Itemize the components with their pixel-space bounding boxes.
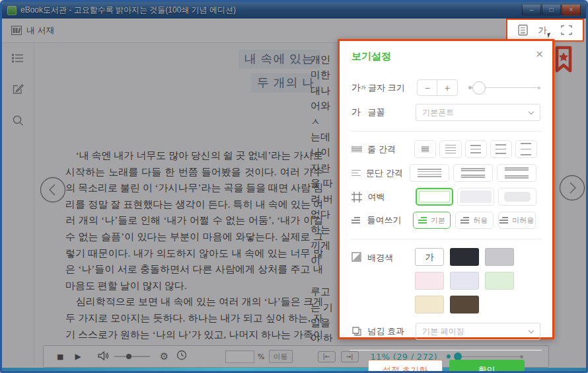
bg-swatch-brown[interactable] <box>450 296 479 313</box>
line-spacing-option-1[interactable] <box>414 140 436 158</box>
bg-color-label: 배경색 <box>367 252 415 264</box>
bg-swatch-green[interactable] <box>485 272 514 290</box>
font-size-slider-knob[interactable] <box>472 81 486 95</box>
line-spacing-option-4[interactable] <box>490 140 512 158</box>
bg-swatch-pink[interactable] <box>415 272 444 290</box>
bg-color-icon <box>351 252 367 262</box>
divider <box>350 239 542 239</box>
indent-allow-label: 허용 <box>473 216 488 226</box>
bg-swatch-cream[interactable] <box>415 296 444 313</box>
indent-default-label: 기본 <box>431 216 445 226</box>
line-spacing-label: 줄 간격 <box>367 144 414 155</box>
bg-swatch-gray[interactable] <box>485 248 514 266</box>
font-size-label: 글자 크기 <box>368 82 417 94</box>
fullscreen-icon[interactable] <box>561 25 572 35</box>
divider <box>350 350 542 351</box>
line-spacing-option-3[interactable] <box>465 140 487 158</box>
confirm-button[interactable]: 확인 <box>449 360 525 373</box>
indent-option-default[interactable]: 기본 <box>413 212 451 229</box>
app-window: eBook도서관 - 고요할수록 밝아지는 것들(100쇄 기념 에디션) – … <box>0 0 588 373</box>
bg-color-swatches: 가 <box>415 248 540 313</box>
font-face-label: 글꼴 <box>368 106 416 118</box>
paragraph-spacing-label: 문단 간격 <box>366 167 410 179</box>
paragraph-spacing-option-3[interactable] <box>497 164 536 182</box>
divider <box>350 131 542 132</box>
view-settings-panel: 보기설정 × 가가 글자 크기 − + 가 글꼴 기본폰트 <box>338 39 554 339</box>
indent-option-disallow[interactable]: 미허용 <box>498 212 536 229</box>
font-face-icon: 가 <box>351 106 368 118</box>
page-transition-icon <box>351 326 368 337</box>
bg-swatch-lavender[interactable] <box>450 272 479 290</box>
indent-label: 들여쓰기 <box>367 214 412 226</box>
page-layout-icon[interactable] <box>518 24 528 36</box>
indent-icon <box>351 217 367 224</box>
paragraph-spacing-option-2[interactable] <box>453 164 493 182</box>
font-size-plus-button[interactable]: + <box>437 80 457 95</box>
paragraph-spacing-option-1[interactable] <box>410 164 449 182</box>
indent-allow-icon <box>460 217 469 224</box>
chevron-down-icon <box>529 109 534 114</box>
line-spacing-option-2[interactable] <box>439 140 461 158</box>
chevron-down-icon <box>529 328 534 333</box>
line-spacing-icon <box>351 146 367 152</box>
margin-option-2[interactable] <box>457 188 495 206</box>
font-size-stepper: − + <box>417 79 457 96</box>
margin-label: 여백 <box>367 191 415 203</box>
margin-option-3[interactable] <box>498 188 536 206</box>
line-spacing-option-5[interactable] <box>515 140 537 158</box>
font-size-slider[interactable] <box>468 80 540 96</box>
bg-swatch-dark[interactable] <box>450 248 479 266</box>
page-transition-dropdown[interactable]: 기본 페이징 <box>416 323 540 340</box>
page-transition-value: 기본 페이징 <box>422 326 464 337</box>
font-size-icon: 가가 <box>351 82 368 94</box>
page-transition-label: 넘김 효과 <box>368 325 416 337</box>
font-settings-icon[interactable]: 가 <box>538 24 551 36</box>
view-tools-highlight: 가 <box>506 19 584 42</box>
indent-disallow-label: 미허용 <box>512 216 534 226</box>
panel-title: 보기설정 <box>351 50 540 63</box>
font-size-minus-button[interactable]: − <box>418 80 437 95</box>
margin-icon <box>351 192 367 202</box>
font-face-value: 기본폰트 <box>422 107 454 118</box>
indent-default-icon <box>418 217 427 224</box>
indent-option-allow[interactable]: 허용 <box>455 212 493 229</box>
font-face-dropdown[interactable]: 기본폰트 <box>416 104 540 121</box>
indent-disallow-icon <box>499 217 508 224</box>
close-icon[interactable]: × <box>536 48 543 60</box>
margin-option-1-selected[interactable] <box>416 188 453 206</box>
paragraph-spacing-icon <box>351 170 366 177</box>
reset-settings-button[interactable]: 설정 초기화 <box>368 360 443 373</box>
bg-swatch-white[interactable]: 가 <box>415 248 444 266</box>
